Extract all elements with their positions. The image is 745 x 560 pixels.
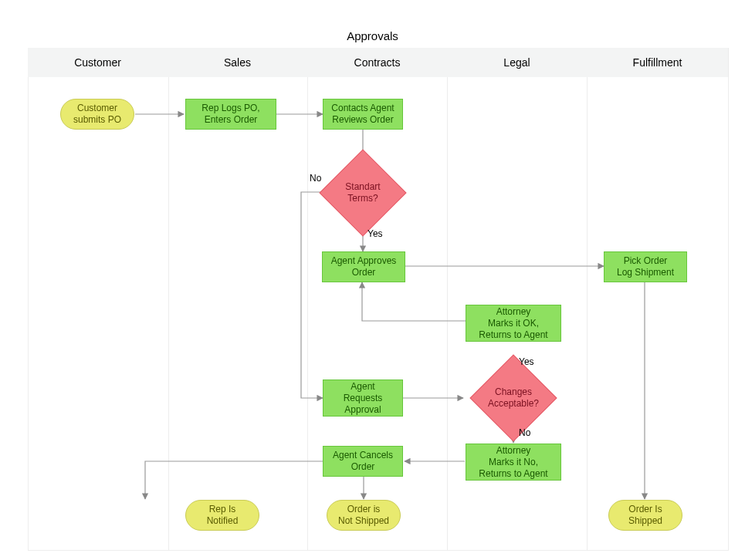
process-agent-cancels: Agent CancelsOrder [323,446,403,477]
terminator-rep-notified: Rep IsNotified [185,500,259,531]
process-agent-approves: Agent ApprovesOrder [322,251,405,282]
decision-changes-acceptable-label: ChangesAcceptable? [487,386,540,410]
lane-body-fulfillment [587,77,729,551]
decision-changes-acceptable: ChangesAcceptable? [483,367,544,429]
lane-body-contracts [307,77,448,551]
terminator-not-shipped: Order isNot Shipped [327,500,401,531]
lane-header-fulfillment: Fulfillment [587,48,729,77]
process-rep-logs-po: Rep Logs PO,Enters Order [185,99,276,130]
process-pick-order: Pick OrderLog Shipment [604,251,687,282]
process-attorney-no: AttorneyMarks it No,Returns to Agent [466,444,561,481]
swimlane-diagram: Approvals Customer Sales Contracts Legal… [0,0,745,560]
edge-label-standard-terms-no: No [310,173,321,184]
lane-body-sales [168,77,308,551]
edge-label-standard-terms-yes: Yes [367,228,383,239]
lane-header-sales: Sales [168,48,308,77]
terminator-shipped: Order IsShipped [608,500,682,531]
process-agent-requests-approval: AgentRequestsApproval [323,380,403,417]
decision-standard-terms: Standart Terms? [332,162,394,224]
decision-standard-terms-label: Standart Terms? [337,181,389,204]
lane-header-customer: Customer [28,48,168,77]
terminator-customer-submits-po: Customersubmits PO [60,99,134,130]
diagram-title: Approvals [0,29,745,42]
process-attorney-ok: AttorneyMarks it OK,Returns to Agent [466,305,561,342]
edge-label-changes-yes: Yes [519,356,534,367]
process-contacts-agent-reviews: Contacts AgentReviews Order [323,99,403,130]
lane-header-contracts: Contracts [307,48,448,77]
lane-header-legal: Legal [447,48,588,77]
lane-body-customer [28,77,169,551]
edge-label-changes-no: No [519,427,530,438]
